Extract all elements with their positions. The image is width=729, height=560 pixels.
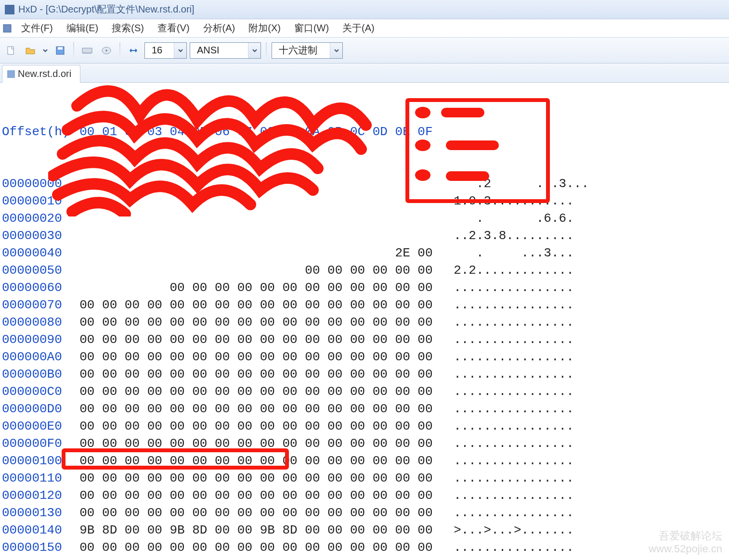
hex-bytes[interactable]	[79, 227, 440, 244]
hex-ascii[interactable]: ................	[454, 366, 574, 383]
hex-row[interactable]: 00000040 2E 00 . ...3...	[2, 244, 729, 262]
hex-row[interactable]: 00000060 00 00 00 00 00 00 00 00 00 00 0…	[2, 279, 729, 296]
watermark-line2: www.52pojie.cn	[649, 543, 722, 555]
hex-ascii[interactable]: ................	[454, 400, 574, 418]
hex-row[interactable]: 00000090 00 00 00 00 00 00 00 00 00 00 0…	[2, 331, 729, 348]
hex-bytes[interactable]: 00 00 00 00 00 00 00 00	[79, 556, 260, 560]
hex-bytes[interactable]: 00 00 00 00 00 00 00 00 00 00 00 00 00 0…	[79, 314, 440, 331]
save-button[interactable]	[52, 42, 68, 59]
hex-bytes[interactable]	[79, 192, 440, 210]
menu-about[interactable]: 关于(A)	[336, 20, 381, 37]
hex-row[interactable]: 000000A0 00 00 00 00 00 00 00 00 00 00 0…	[2, 348, 729, 366]
hex-row[interactable]: 00000140 9B 8D 00 00 9B 8D 00 00 9B 8D 0…	[2, 522, 729, 539]
base-combobox[interactable]: 十六进制	[272, 42, 343, 59]
hex-bytes[interactable]: 00 00 00 00 00 00 00 00 00 00 00 00 00 0…	[79, 383, 440, 400]
menu-analyze[interactable]: 分析(A)	[196, 20, 242, 37]
menu-search[interactable]: 搜索(S)	[105, 20, 151, 37]
hex-bytes[interactable]: 00 00 00 00 00 00 00 00 00 00 00 00 00 0…	[79, 366, 440, 383]
hex-ascii[interactable]: ........	[273, 556, 334, 560]
hex-offset: 00000110	[2, 470, 65, 487]
hex-row[interactable]: 00000030 ..2.3.8.........	[2, 227, 729, 244]
hex-row[interactable]: 000000F0 00 00 00 00 00 00 00 00 00 00 0…	[2, 435, 729, 452]
hex-ascii[interactable]: ................	[454, 314, 574, 331]
hex-bytes[interactable]: 00 00 00 00 00 00 00 00 00 00 00 00 00 0…	[79, 487, 440, 504]
new-file-button[interactable]	[3, 42, 19, 59]
hex-offset: 00000080	[2, 314, 65, 331]
hex-ascii[interactable]: ................	[454, 348, 574, 366]
hex-row[interactable]: 00000080 00 00 00 00 00 00 00 00 00 00 0…	[2, 314, 729, 331]
hex-row[interactable]: 00000000 .2 ...3...	[2, 175, 729, 192]
menubar: 文件(F) 编辑(E) 搜索(S) 查看(V) 分析(A) 附加(X) 窗口(W…	[0, 19, 729, 38]
hex-row[interactable]: 00000070 00 00 00 00 00 00 00 00 00 00 0…	[2, 296, 729, 314]
hex-bytes[interactable]: 00 00 00 00 00 00 00 00 00 00 00 00 00 0…	[79, 470, 440, 487]
hex-bytes[interactable]: 9B 8D 00 00 9B 8D 00 00 9B 8D 00 00 00 0…	[79, 522, 440, 539]
hex-bytes[interactable]: 00 00 00 00 00 00 00 00 00 00 00 00 00 0…	[79, 435, 440, 452]
hex-ascii[interactable]: ................	[454, 452, 574, 470]
hex-row[interactable]: 00000100 00 00 00 00 00 00 00 00 00 00 0…	[2, 452, 729, 470]
hex-ascii[interactable]: 1.0.3...........	[454, 192, 574, 210]
hex-ascii[interactable]: 2.2.............	[454, 262, 574, 279]
hex-bytes[interactable]: 00 00 00 00 00 00 00 00 00 00 00 00 00 0…	[79, 348, 440, 366]
hex-bytes[interactable]	[79, 210, 440, 227]
hex-row[interactable]: 00000020 . .6.6.	[2, 210, 729, 227]
hex-ascii[interactable]: ................	[454, 383, 574, 400]
hex-bytes[interactable]	[79, 175, 440, 192]
hex-row[interactable]: 000000D0 00 00 00 00 00 00 00 00 00 00 0…	[2, 400, 729, 418]
hex-bytes[interactable]: 00 00 00 00 00 00 00 00 00 00 00 00	[79, 279, 440, 296]
hex-ascii[interactable]: ................	[454, 539, 574, 556]
menu-view[interactable]: 查看(V)	[151, 20, 196, 37]
hex-ascii[interactable]: . .6.6.	[454, 210, 574, 227]
hex-ascii[interactable]: ................	[454, 331, 574, 348]
hex-bytes[interactable]: 00 00 00 00 00 00 00 00 00 00 00 00 00 0…	[79, 331, 440, 348]
toolbar-separator	[119, 42, 120, 59]
hex-bytes[interactable]: 00 00 00 00 00 00 00 00 00 00 00 00 00 0…	[79, 452, 440, 470]
hex-row[interactable]: 00000110 00 00 00 00 00 00 00 00 00 00 0…	[2, 470, 729, 487]
hex-offset: 000000B0	[2, 366, 65, 383]
open-ram-button[interactable]	[79, 42, 95, 59]
hex-bytes[interactable]: 00 00 00 00 00 00	[79, 262, 440, 279]
hex-ascii[interactable]: ..2.3.8.........	[454, 227, 574, 244]
hex-ascii[interactable]: ................	[454, 504, 574, 522]
open-file-button[interactable]	[22, 42, 39, 59]
menu-edit[interactable]: 编辑(E)	[60, 20, 105, 37]
hex-ascii[interactable]: ................	[454, 279, 574, 296]
open-disk-button[interactable]	[98, 42, 115, 59]
hex-ascii[interactable]: ................	[454, 296, 574, 314]
hex-ascii[interactable]: ................	[454, 487, 574, 504]
hex-row[interactable]: 00000120 00 00 00 00 00 00 00 00 00 00 0…	[2, 487, 729, 504]
hex-ascii[interactable]: >...>...>.......	[454, 522, 574, 539]
menu-window[interactable]: 窗口(W)	[287, 20, 336, 37]
svg-point-7	[415, 107, 430, 118]
hex-offset: 000000C0	[2, 383, 65, 400]
menu-addon[interactable]: 附加(X)	[242, 20, 287, 37]
hex-ascii[interactable]: ................	[454, 418, 574, 435]
hex-row[interactable]: 00000050 00 00 00 00 00 00 2.2..........…	[2, 262, 729, 279]
hex-row[interactable]: 00000130 00 00 00 00 00 00 00 00 00 00 0…	[2, 504, 729, 522]
hex-row[interactable]: 00000160 00 00 00 00 00 00 00 00 .......…	[2, 556, 729, 560]
hex-ascii[interactable]: . ...3...	[454, 244, 574, 262]
hex-bytes[interactable]: 00 00 00 00 00 00 00 00 00 00 00 00 00 0…	[79, 504, 440, 522]
hex-row[interactable]: 000000E0 00 00 00 00 00 00 00 00 00 00 0…	[2, 418, 729, 435]
hex-editor[interactable]: Offset(h) 00 01 02 03 04 05 06 07 08 09 …	[0, 83, 729, 560]
hex-bytes[interactable]: 00 00 00 00 00 00 00 00 00 00 00 00 00 0…	[79, 296, 440, 314]
hex-row[interactable]: 00000150 00 00 00 00 00 00 00 00 00 00 0…	[2, 539, 729, 556]
encoding-combobox[interactable]: ANSI	[190, 42, 261, 59]
file-tab[interactable]: New.rst.d.ori	[2, 65, 80, 83]
hex-bytes[interactable]: 00 00 00 00 00 00 00 00 00 00 00 00 00 0…	[79, 539, 440, 556]
toggle-width-button[interactable]	[125, 42, 142, 59]
svg-point-9	[415, 140, 430, 151]
menu-file[interactable]: 文件(F)	[14, 20, 60, 37]
hex-offset: 000000D0	[2, 400, 65, 418]
open-dropdown-button[interactable]	[41, 42, 49, 59]
hex-bytes[interactable]: 2E 00	[79, 244, 440, 262]
hex-bytes[interactable]: 00 00 00 00 00 00 00 00 00 00 00 00 00 0…	[79, 418, 440, 435]
hex-offset: 00000020	[2, 210, 65, 227]
hex-ascii[interactable]: ................	[454, 470, 574, 487]
hex-ascii[interactable]: ................	[454, 435, 574, 452]
hex-ascii[interactable]: .2 ...3...	[454, 175, 589, 192]
hex-row[interactable]: 00000010 1.0.3...........	[2, 192, 729, 210]
hex-row[interactable]: 000000B0 00 00 00 00 00 00 00 00 00 00 0…	[2, 366, 729, 383]
bytes-per-row-combobox[interactable]: 16	[144, 42, 187, 59]
hex-bytes[interactable]: 00 00 00 00 00 00 00 00 00 00 00 00 00 0…	[79, 400, 440, 418]
hex-row[interactable]: 000000C0 00 00 00 00 00 00 00 00 00 00 0…	[2, 383, 729, 400]
